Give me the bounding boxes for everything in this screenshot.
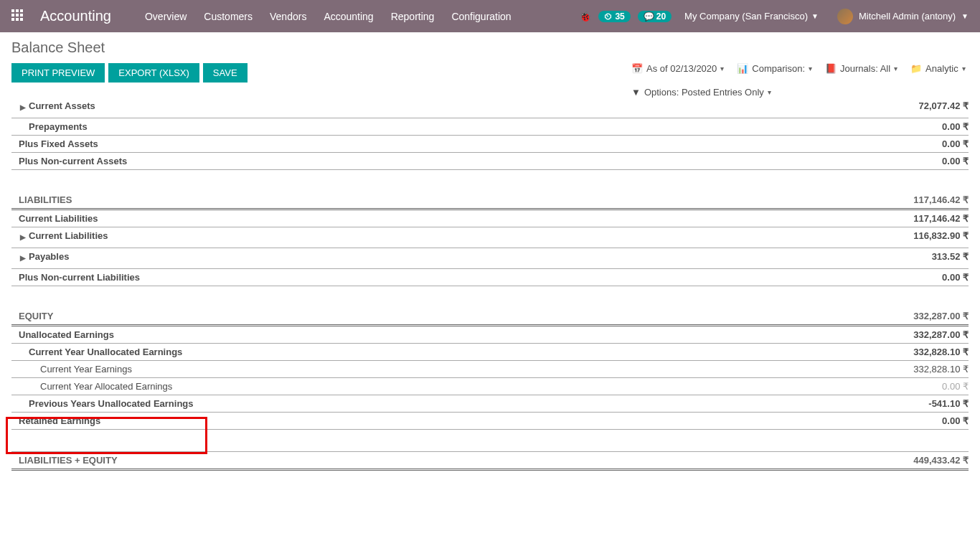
- page-title: Balance Sheet: [11, 39, 969, 56]
- chevron-down-icon: ▾: [720, 65, 724, 72]
- nav-reporting[interactable]: Reporting: [382, 0, 443, 32]
- user-menu[interactable]: Mitchell Admin (antony) ▼: [831, 9, 974, 24]
- expand-arrow-icon[interactable]: ▶: [20, 251, 29, 265]
- row-previous-years-unallocated[interactable]: Previous Years Unallocated Earnings -541…: [11, 395, 969, 413]
- filter-analytic[interactable]: 📁 Analytic ▾: [910, 63, 966, 74]
- filter-options[interactable]: ▼ Options: Posted Entries Only ▾: [631, 87, 771, 98]
- filter-comparison[interactable]: 📊 Comparison: ▾: [737, 63, 812, 74]
- chart-icon: 📊: [737, 63, 748, 74]
- nav-accounting[interactable]: Accounting: [315, 0, 382, 32]
- chevron-down-icon: ▾: [768, 88, 771, 96]
- button-group: PRINT PREVIEW EXPORT (XLSX) SAVE: [11, 63, 248, 83]
- expand-arrow-icon[interactable]: ▶: [20, 230, 29, 245]
- row-retained-earnings[interactable]: Retained Earnings 0.00 ₹: [11, 413, 969, 430]
- section-equity: EQUITY 332,287.00 ₹: [11, 308, 969, 326]
- chevron-down-icon: ▾: [894, 65, 897, 72]
- navbar-right: 🐞 ⏲35 💬20 My Company (San Francisco) ▼ M…: [579, 9, 974, 24]
- row-noncurrent-assets[interactable]: Plus Non-current Assets 0.00 ₹: [11, 153, 969, 170]
- nav-configuration[interactable]: Configuration: [443, 0, 519, 32]
- save-button[interactable]: SAVE: [203, 63, 248, 83]
- row-unallocated-earnings[interactable]: Unallocated Earnings 332,287.00 ₹: [11, 326, 969, 344]
- page-header: Balance Sheet PRINT PREVIEW EXPORT (XLSX…: [0, 32, 980, 98]
- row-current-year-earnings[interactable]: Current Year Earnings 332,828.10 ₹: [11, 361, 969, 378]
- messages-badge[interactable]: 💬20: [638, 11, 672, 22]
- nav-overview[interactable]: Overview: [136, 0, 195, 32]
- calendar-icon: 📅: [631, 63, 643, 74]
- section-liabilities: LIABILITIES 117,146.42 ₹: [11, 192, 969, 210]
- export-xlsx-button[interactable]: EXPORT (XLSX): [108, 63, 199, 83]
- chevron-down-icon: ▼: [811, 12, 819, 20]
- row-prepayments[interactable]: Prepayments 0.00 ₹: [11, 118, 969, 136]
- chevron-down-icon: ▾: [962, 65, 966, 72]
- expand-arrow-icon[interactable]: ▶: [20, 100, 29, 115]
- bug-icon[interactable]: 🐞: [579, 11, 591, 22]
- app-brand[interactable]: Accounting: [40, 8, 111, 24]
- nav-links: Overview Customers Vendors Accounting Re…: [136, 0, 520, 32]
- filter-bar: 📅 As of 02/13/2020 ▾ 📊 Comparison: ▾ 📕 J…: [631, 63, 969, 98]
- folder-icon: 📁: [910, 63, 922, 74]
- row-payables[interactable]: ▶ Payables 313.52 ₹: [11, 248, 969, 269]
- row-current-liabilities[interactable]: ▶ Current Liabilities 116,832.90 ₹: [11, 227, 969, 248]
- clock-icon: ⏲: [604, 11, 613, 22]
- book-icon: 📕: [825, 63, 837, 74]
- chevron-down-icon: ▼: [961, 12, 969, 20]
- print-preview-button[interactable]: PRINT PREVIEW: [11, 63, 105, 83]
- chevron-down-icon: ▾: [809, 65, 812, 72]
- filter-icon: ▼: [631, 87, 641, 98]
- filter-asof[interactable]: 📅 As of 02/13/2020 ▾: [631, 63, 724, 74]
- row-liabilities-equity-total: LIABILITIES + EQUITY 449,433.42 ₹: [11, 451, 969, 471]
- nav-vendors[interactable]: Vendors: [261, 0, 315, 32]
- chat-icon: 💬: [644, 11, 654, 22]
- navbar: Accounting Overview Customers Vendors Ac…: [0, 0, 980, 32]
- filter-journals[interactable]: 📕 Journals: All ▾: [825, 63, 897, 74]
- avatar: [837, 9, 853, 24]
- row-noncurrent-liabilities[interactable]: Plus Non-current Liabilities 0.00 ₹: [11, 269, 969, 286]
- activity-badge[interactable]: ⏲35: [598, 11, 630, 22]
- report-content: ▶ Current Assets 72,077.42 ₹ Prepayments…: [0, 98, 980, 547]
- row-current-liabilities-total[interactable]: Current Liabilities 117,146.42 ₹: [11, 210, 969, 227]
- nav-customers[interactable]: Customers: [195, 0, 261, 32]
- apps-icon[interactable]: [11, 9, 26, 24]
- row-current-assets[interactable]: ▶ Current Assets 72,077.42 ₹: [11, 98, 969, 118]
- company-selector[interactable]: My Company (San Francisco) ▼: [679, 11, 824, 22]
- row-fixed-assets[interactable]: Plus Fixed Assets 0.00 ₹: [11, 136, 969, 153]
- row-current-year-unallocated[interactable]: Current Year Unallocated Earnings 332,82…: [11, 344, 969, 361]
- row-current-year-allocated[interactable]: Current Year Allocated Earnings 0.00 ₹: [11, 378, 969, 395]
